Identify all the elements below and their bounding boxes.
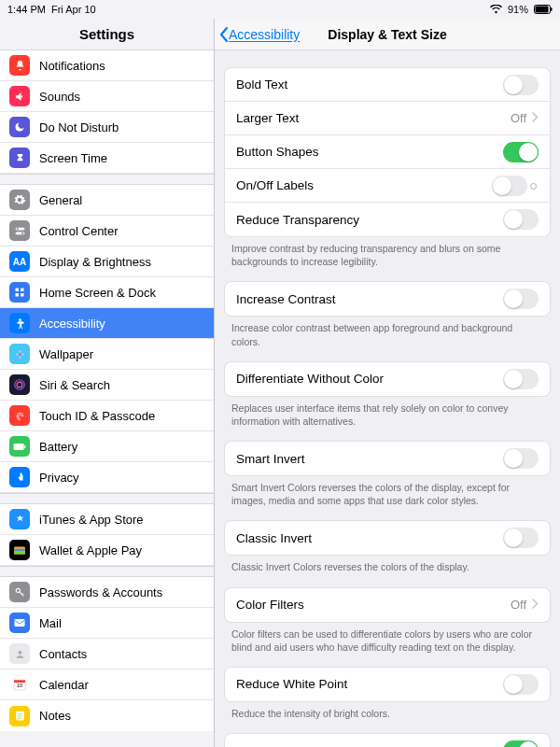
sidebar-item-itunes-app-store[interactable]: iTunes & App Store [0,504,214,535]
svg-rect-9 [16,293,20,297]
toggle-reduce-white-point[interactable] [503,674,539,695]
row-label: Bold Text [236,78,503,92]
sidebar-item-label: Notifications [39,59,105,73]
sidebar-item-display-brightness[interactable]: AADisplay & Brightness [0,247,214,277]
svg-point-14 [19,356,21,359]
row-larger-text[interactable]: Larger TextOff [225,102,550,135]
row-label: Differentiate Without Color [236,372,503,386]
settings-section: Smart Invert [224,441,551,476]
row-label: Classic Invert [236,531,503,545]
toggle-on-off-labels[interactable] [492,176,527,196]
sidebar-item-general[interactable]: General [0,185,214,216]
group-separator [0,174,214,185]
finger-icon [9,405,30,426]
row-differentiate-without-color[interactable]: Differentiate Without Color [225,362,550,396]
toggle-auto-brightness[interactable] [503,740,539,747]
sidebar-item-accessibility[interactable]: Accessibility [0,308,214,339]
row-smart-invert[interactable]: Smart Invert [225,442,550,475]
svg-point-12 [18,352,21,355]
contacts-icon [9,643,30,664]
toggle-reduce-transparency[interactable] [503,209,539,230]
sidebar-item-label: Sounds [39,90,80,104]
toggle-button-shapes[interactable] [503,142,539,162]
row-bold-text[interactable]: Bold Text [225,68,550,102]
back-button[interactable]: Accessibility [215,26,300,43]
sidebar-item-label: Mail [39,616,62,630]
sidebar-item-notes[interactable]: Notes [0,700,214,731]
svg-rect-25 [14,619,24,627]
sidebar-item-label: Privacy [39,471,79,485]
speaker-icon [9,86,30,106]
sidebar-item-passwords-accounts[interactable]: Passwords & Accounts [0,577,214,608]
sidebar-item-mail[interactable]: Mail [0,608,214,639]
row-label: Button Shapes [236,145,503,159]
svg-rect-28 [14,680,25,683]
row-button-shapes[interactable]: Button Shapes [225,135,550,169]
section-footer: Classic Invert Colors reverses the color… [215,556,560,573]
sidebar-item-calendar[interactable]: 10Calendar [0,669,214,700]
row-increase-contrast[interactable]: Increase Contrast [225,282,550,316]
section-footer: Improve contrast by reducing transparenc… [215,237,560,268]
row-on-off-labels[interactable]: On/Off Labels [225,169,550,203]
sidebar-item-label: iTunes & App Store [39,513,144,527]
sidebar-item-siri-search[interactable]: Siri & Search [0,370,214,401]
sidebar-item-label: Display & Brightness [39,255,151,269]
toggle-increase-contrast[interactable] [503,289,539,309]
toggle-bold-text[interactable] [503,75,539,95]
sidebar-item-label: Accessibility [39,317,105,331]
sidebar-item-wallpaper[interactable]: Wallpaper [0,339,214,370]
row-value: Off [511,111,526,125]
sidebar-list[interactable]: NotificationsSoundsDo Not DisturbScreen … [0,50,214,747]
sidebar-item-privacy[interactable]: Privacy [0,462,214,493]
row-auto-brightness[interactable]: Auto-Brightness [225,734,550,747]
sidebar-item-sounds[interactable]: Sounds [0,81,214,112]
siri-icon [9,374,30,395]
sidebar-item-contacts[interactable]: Contacts [0,639,214,669]
sidebar-item-do-not-disturb[interactable]: Do Not Disturb [0,112,214,143]
svg-text:10: 10 [17,683,22,688]
sidebar-item-touch-id-passcode[interactable]: Touch ID & Passcode [0,401,214,431]
sidebar-item-screen-time[interactable]: Screen Time [0,143,214,174]
svg-point-18 [17,382,22,388]
detail-pane: Accessibility Display & Text Size Bold T… [215,19,560,747]
row-reduce-transparency[interactable]: Reduce Transparency [225,203,550,236]
toggle-differentiate-without-color[interactable] [503,369,539,389]
svg-point-16 [21,353,24,356]
detail-header: Accessibility Display & Text Size [215,19,560,50]
svg-point-15 [15,353,18,356]
svg-rect-10 [21,293,24,297]
toggle-smart-invert[interactable] [503,448,539,469]
row-color-filters[interactable]: Color FiltersOff [225,588,550,622]
toggle-classic-invert[interactable] [503,528,539,548]
back-label: Accessibility [229,27,300,42]
row-reduce-white-point[interactable]: Reduce White Point [225,668,550,701]
row-label: Auto-Brightness [236,744,503,747]
hourglass-icon [9,148,30,168]
sidebar-title: Settings [0,19,214,50]
sidebar-item-control-center[interactable]: Control Center [0,216,214,247]
wallet-icon [9,540,30,560]
sidebar-item-label: Passwords & Accounts [39,585,162,599]
mail-icon [9,613,30,633]
sidebar-item-wallet-apple-pay[interactable]: Wallet & Apple Pay [0,535,214,566]
sidebar-item-battery[interactable]: Battery [0,431,214,462]
sidebar-item-notifications[interactable]: Notifications [0,50,214,81]
sidebar-item-home-screen-dock[interactable]: Home Screen & Dock [0,277,214,308]
sidebar-item-label: Screen Time [39,151,107,165]
row-label: On/Off Labels [236,178,492,192]
sidebar-item-label: Battery [39,440,77,454]
svg-point-24 [16,588,20,592]
switches-icon [9,220,30,241]
svg-rect-1 [536,7,549,13]
row-label: Color Filters [236,598,511,612]
settings-sidebar: Settings NotificationsSoundsDo Not Distu… [0,19,215,747]
AA-icon: AA [9,251,30,272]
detail-body: Bold TextLarger TextOffButton ShapesOn/O… [215,67,560,747]
settings-section: Differentiate Without Color [224,361,551,397]
sidebar-item-label: Control Center [39,224,119,238]
row-classic-invert[interactable]: Classic Invert [225,521,550,555]
bell-icon [9,55,30,76]
section-footer: Increase color contrast between app fore… [215,317,560,347]
chevron-right-icon [532,111,539,125]
group-separator [0,493,214,504]
